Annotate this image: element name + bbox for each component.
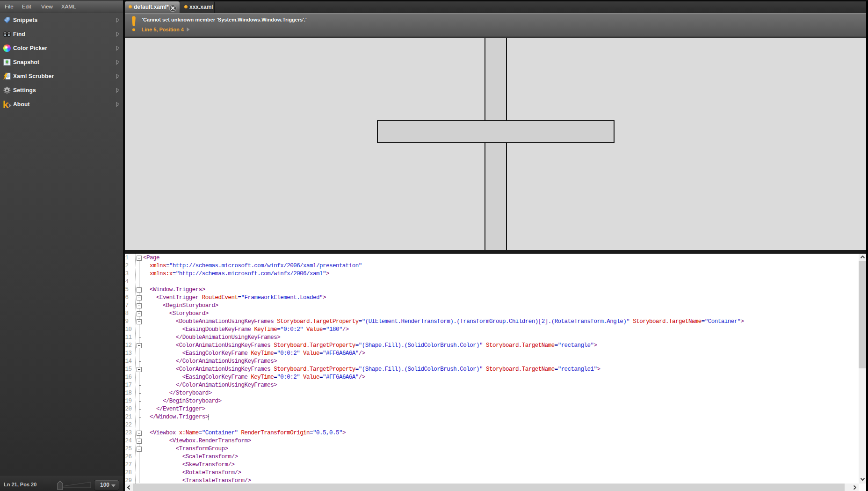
svg-text:k: k — [3, 100, 9, 109]
